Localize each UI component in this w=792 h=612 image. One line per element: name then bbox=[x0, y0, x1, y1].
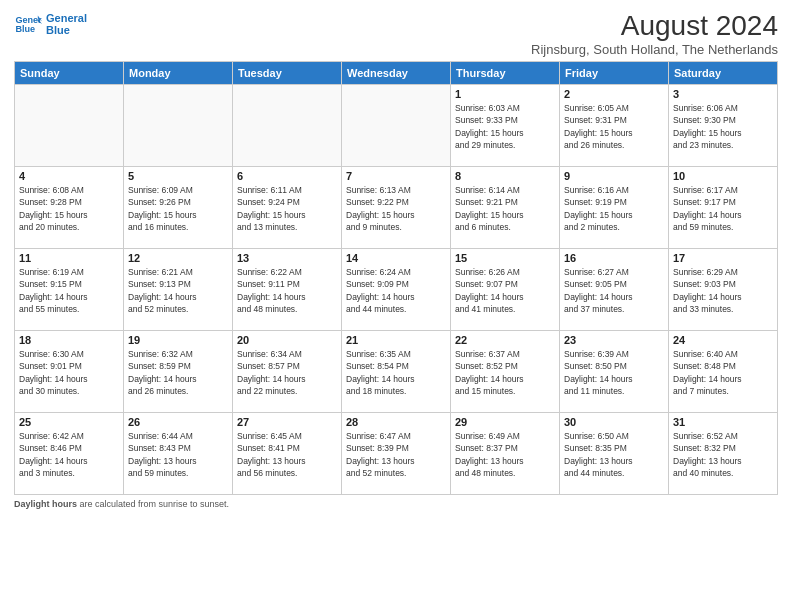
day-number: 12 bbox=[128, 252, 228, 264]
calendar-week-5: 25Sunrise: 6:42 AMSunset: 8:46 PMDayligh… bbox=[15, 413, 778, 495]
day-info: Sunrise: 6:30 AMSunset: 9:01 PMDaylight:… bbox=[19, 348, 119, 397]
weekday-header-saturday: Saturday bbox=[669, 62, 778, 85]
footer-text: are calculated from sunrise to sunset. bbox=[77, 499, 229, 509]
day-number: 22 bbox=[455, 334, 555, 346]
day-number: 2 bbox=[564, 88, 664, 100]
logo-line2: Blue bbox=[46, 24, 87, 36]
day-info: Sunrise: 6:09 AMSunset: 9:26 PMDaylight:… bbox=[128, 184, 228, 233]
day-info: Sunrise: 6:05 AMSunset: 9:31 PMDaylight:… bbox=[564, 102, 664, 151]
day-number: 11 bbox=[19, 252, 119, 264]
calendar-cell bbox=[15, 85, 124, 167]
day-info: Sunrise: 6:08 AMSunset: 9:28 PMDaylight:… bbox=[19, 184, 119, 233]
day-info: Sunrise: 6:21 AMSunset: 9:13 PMDaylight:… bbox=[128, 266, 228, 315]
calendar-table: SundayMondayTuesdayWednesdayThursdayFrid… bbox=[14, 61, 778, 495]
day-number: 16 bbox=[564, 252, 664, 264]
day-info: Sunrise: 6:34 AMSunset: 8:57 PMDaylight:… bbox=[237, 348, 337, 397]
day-info: Sunrise: 6:50 AMSunset: 8:35 PMDaylight:… bbox=[564, 430, 664, 479]
weekday-header-row: SundayMondayTuesdayWednesdayThursdayFrid… bbox=[15, 62, 778, 85]
day-number: 21 bbox=[346, 334, 446, 346]
calendar-cell bbox=[342, 85, 451, 167]
day-number: 5 bbox=[128, 170, 228, 182]
day-info: Sunrise: 6:26 AMSunset: 9:07 PMDaylight:… bbox=[455, 266, 555, 315]
day-info: Sunrise: 6:17 AMSunset: 9:17 PMDaylight:… bbox=[673, 184, 773, 233]
day-info: Sunrise: 6:52 AMSunset: 8:32 PMDaylight:… bbox=[673, 430, 773, 479]
day-number: 30 bbox=[564, 416, 664, 428]
day-info: Sunrise: 6:39 AMSunset: 8:50 PMDaylight:… bbox=[564, 348, 664, 397]
day-number: 25 bbox=[19, 416, 119, 428]
calendar-cell: 6Sunrise: 6:11 AMSunset: 9:24 PMDaylight… bbox=[233, 167, 342, 249]
weekday-header-tuesday: Tuesday bbox=[233, 62, 342, 85]
calendar-cell: 21Sunrise: 6:35 AMSunset: 8:54 PMDayligh… bbox=[342, 331, 451, 413]
day-number: 7 bbox=[346, 170, 446, 182]
day-info: Sunrise: 6:22 AMSunset: 9:11 PMDaylight:… bbox=[237, 266, 337, 315]
day-number: 28 bbox=[346, 416, 446, 428]
day-info: Sunrise: 6:06 AMSunset: 9:30 PMDaylight:… bbox=[673, 102, 773, 151]
calendar-cell: 15Sunrise: 6:26 AMSunset: 9:07 PMDayligh… bbox=[451, 249, 560, 331]
day-info: Sunrise: 6:11 AMSunset: 9:24 PMDaylight:… bbox=[237, 184, 337, 233]
day-number: 4 bbox=[19, 170, 119, 182]
calendar-cell: 27Sunrise: 6:45 AMSunset: 8:41 PMDayligh… bbox=[233, 413, 342, 495]
svg-text:Blue: Blue bbox=[15, 24, 35, 34]
day-info: Sunrise: 6:29 AMSunset: 9:03 PMDaylight:… bbox=[673, 266, 773, 315]
day-number: 17 bbox=[673, 252, 773, 264]
calendar-cell: 9Sunrise: 6:16 AMSunset: 9:19 PMDaylight… bbox=[560, 167, 669, 249]
day-info: Sunrise: 6:03 AMSunset: 9:33 PMDaylight:… bbox=[455, 102, 555, 151]
day-number: 26 bbox=[128, 416, 228, 428]
day-number: 27 bbox=[237, 416, 337, 428]
calendar-cell: 3Sunrise: 6:06 AMSunset: 9:30 PMDaylight… bbox=[669, 85, 778, 167]
calendar-cell: 4Sunrise: 6:08 AMSunset: 9:28 PMDaylight… bbox=[15, 167, 124, 249]
calendar-cell: 31Sunrise: 6:52 AMSunset: 8:32 PMDayligh… bbox=[669, 413, 778, 495]
day-info: Sunrise: 6:14 AMSunset: 9:21 PMDaylight:… bbox=[455, 184, 555, 233]
calendar-cell: 24Sunrise: 6:40 AMSunset: 8:48 PMDayligh… bbox=[669, 331, 778, 413]
footer: Daylight hours are calculated from sunri… bbox=[14, 499, 778, 509]
day-info: Sunrise: 6:44 AMSunset: 8:43 PMDaylight:… bbox=[128, 430, 228, 479]
day-info: Sunrise: 6:24 AMSunset: 9:09 PMDaylight:… bbox=[346, 266, 446, 315]
day-number: 23 bbox=[564, 334, 664, 346]
calendar-cell: 7Sunrise: 6:13 AMSunset: 9:22 PMDaylight… bbox=[342, 167, 451, 249]
day-number: 19 bbox=[128, 334, 228, 346]
calendar-week-4: 18Sunrise: 6:30 AMSunset: 9:01 PMDayligh… bbox=[15, 331, 778, 413]
calendar-week-3: 11Sunrise: 6:19 AMSunset: 9:15 PMDayligh… bbox=[15, 249, 778, 331]
day-number: 15 bbox=[455, 252, 555, 264]
day-number: 9 bbox=[564, 170, 664, 182]
calendar-cell bbox=[124, 85, 233, 167]
calendar-cell: 16Sunrise: 6:27 AMSunset: 9:05 PMDayligh… bbox=[560, 249, 669, 331]
day-number: 6 bbox=[237, 170, 337, 182]
calendar-cell: 2Sunrise: 6:05 AMSunset: 9:31 PMDaylight… bbox=[560, 85, 669, 167]
day-info: Sunrise: 6:49 AMSunset: 8:37 PMDaylight:… bbox=[455, 430, 555, 479]
day-info: Sunrise: 6:13 AMSunset: 9:22 PMDaylight:… bbox=[346, 184, 446, 233]
calendar-cell: 14Sunrise: 6:24 AMSunset: 9:09 PMDayligh… bbox=[342, 249, 451, 331]
day-info: Sunrise: 6:42 AMSunset: 8:46 PMDaylight:… bbox=[19, 430, 119, 479]
logo: General Blue General Blue bbox=[14, 10, 87, 38]
calendar-cell: 10Sunrise: 6:17 AMSunset: 9:17 PMDayligh… bbox=[669, 167, 778, 249]
day-number: 8 bbox=[455, 170, 555, 182]
day-info: Sunrise: 6:45 AMSunset: 8:41 PMDaylight:… bbox=[237, 430, 337, 479]
calendar-cell: 23Sunrise: 6:39 AMSunset: 8:50 PMDayligh… bbox=[560, 331, 669, 413]
weekday-header-wednesday: Wednesday bbox=[342, 62, 451, 85]
day-number: 10 bbox=[673, 170, 773, 182]
day-info: Sunrise: 6:16 AMSunset: 9:19 PMDaylight:… bbox=[564, 184, 664, 233]
calendar-cell bbox=[233, 85, 342, 167]
location: Rijnsburg, South Holland, The Netherland… bbox=[531, 42, 778, 57]
calendar-cell: 19Sunrise: 6:32 AMSunset: 8:59 PMDayligh… bbox=[124, 331, 233, 413]
weekday-header-monday: Monday bbox=[124, 62, 233, 85]
calendar-cell: 28Sunrise: 6:47 AMSunset: 8:39 PMDayligh… bbox=[342, 413, 451, 495]
weekday-header-sunday: Sunday bbox=[15, 62, 124, 85]
logo-icon: General Blue bbox=[14, 10, 42, 38]
day-number: 20 bbox=[237, 334, 337, 346]
calendar-cell: 8Sunrise: 6:14 AMSunset: 9:21 PMDaylight… bbox=[451, 167, 560, 249]
day-number: 31 bbox=[673, 416, 773, 428]
calendar-cell: 20Sunrise: 6:34 AMSunset: 8:57 PMDayligh… bbox=[233, 331, 342, 413]
day-number: 18 bbox=[19, 334, 119, 346]
calendar-cell: 1Sunrise: 6:03 AMSunset: 9:33 PMDaylight… bbox=[451, 85, 560, 167]
month-year: August 2024 bbox=[531, 10, 778, 42]
day-info: Sunrise: 6:47 AMSunset: 8:39 PMDaylight:… bbox=[346, 430, 446, 479]
day-info: Sunrise: 6:32 AMSunset: 8:59 PMDaylight:… bbox=[128, 348, 228, 397]
calendar-cell: 13Sunrise: 6:22 AMSunset: 9:11 PMDayligh… bbox=[233, 249, 342, 331]
day-info: Sunrise: 6:27 AMSunset: 9:05 PMDaylight:… bbox=[564, 266, 664, 315]
day-number: 14 bbox=[346, 252, 446, 264]
weekday-header-thursday: Thursday bbox=[451, 62, 560, 85]
day-number: 1 bbox=[455, 88, 555, 100]
calendar-cell: 12Sunrise: 6:21 AMSunset: 9:13 PMDayligh… bbox=[124, 249, 233, 331]
calendar-cell: 17Sunrise: 6:29 AMSunset: 9:03 PMDayligh… bbox=[669, 249, 778, 331]
